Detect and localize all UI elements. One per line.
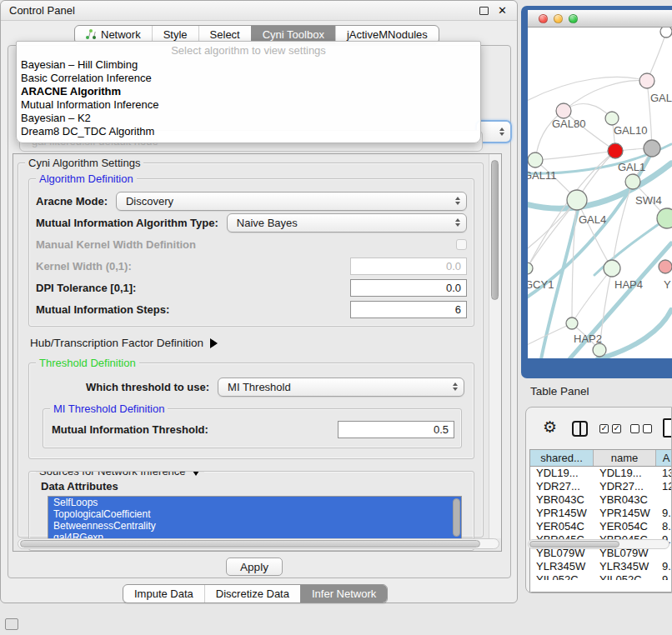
tab-infer-network[interactable]: Infer Network bbox=[300, 585, 387, 602]
network-node[interactable] bbox=[625, 174, 640, 189]
network-node[interactable] bbox=[657, 208, 672, 228]
table-row[interactable]: YDR27...YDR27...12 bbox=[530, 480, 671, 493]
manual-kernel-checkbox[interactable] bbox=[456, 239, 467, 250]
tab-impute-data[interactable]: Impute Data bbox=[123, 585, 204, 602]
column-header-shared-[interactable]: shared... bbox=[530, 450, 594, 466]
document-icon[interactable] bbox=[663, 418, 672, 438]
algorithm-option[interactable]: ARACNE Algorithm bbox=[17, 85, 480, 98]
control-panel-window: Control Panel NetworkStyleSelectCyni Too… bbox=[0, 0, 518, 603]
network-canvas[interactable]: GALGAL80GAL10GAL1SWI4GAL11GAL4GCY1HAP4YH… bbox=[528, 28, 672, 358]
tab-label: jActiveMNodules bbox=[347, 28, 428, 41]
sources-group-title[interactable]: Sources for Network Inference bbox=[36, 471, 204, 478]
network-node[interactable] bbox=[593, 343, 606, 357]
apply-button[interactable]: Apply bbox=[226, 558, 283, 576]
table-cell: YBR043C bbox=[594, 493, 656, 507]
table-row[interactable]: YER054CYER054C8. bbox=[530, 520, 671, 533]
scrollbar-thumb[interactable] bbox=[529, 541, 619, 548]
network-node[interactable] bbox=[659, 260, 672, 273]
aracne-mode-combobox[interactable]: Discovery bbox=[116, 192, 467, 211]
scrollbar-thumb[interactable] bbox=[20, 540, 480, 548]
aracne-mode-value: Discovery bbox=[126, 195, 173, 208]
select-all-columns-icon[interactable] bbox=[599, 424, 621, 433]
algorithm-option[interactable]: Bayesian – Hill Climbing bbox=[17, 58, 480, 72]
kernel-width-field[interactable]: 0.0 bbox=[350, 258, 467, 275]
node-label: GAL10 bbox=[614, 124, 647, 137]
table-horizontal-scrollbar[interactable] bbox=[528, 539, 669, 549]
algorithm-dropdown-list: Bayesian – Hill ClimbingBasic Correlatio… bbox=[17, 58, 480, 138]
table-row[interactable]: YDL19...YDL19...13 bbox=[530, 467, 671, 480]
table-cell: YDL19... bbox=[530, 467, 594, 480]
gear-icon[interactable] bbox=[543, 418, 557, 437]
which-threshold-label: Which threshold to use: bbox=[86, 381, 209, 393]
network-node[interactable] bbox=[528, 152, 543, 168]
table-row[interactable]: YIL052CYIL052C9 bbox=[530, 573, 671, 580]
table-cell: YPR145W bbox=[530, 507, 594, 520]
table-body: YDL19...YDL19...13YDR27...YDR27...12YBR0… bbox=[530, 467, 671, 580]
network-node[interactable] bbox=[567, 190, 587, 210]
tab-discretize-data[interactable]: Discretize Data bbox=[204, 585, 300, 602]
close-traffic-light-icon[interactable] bbox=[539, 14, 548, 23]
column-header-a[interactable]: A bbox=[656, 450, 671, 466]
network-node[interactable] bbox=[605, 112, 619, 125]
table-panel-title: Table Panel bbox=[530, 385, 589, 398]
algorithm-option[interactable]: Mutual Information Inference bbox=[17, 98, 480, 112]
network-node[interactable] bbox=[660, 28, 672, 38]
table-row[interactable]: YLR345WYLR345W9. bbox=[530, 560, 671, 573]
zoom-traffic-light-icon[interactable] bbox=[569, 14, 578, 23]
network-edge[interactable] bbox=[535, 151, 615, 160]
unchecked-checkbox-icon bbox=[643, 424, 652, 433]
mi-steps-label: Mutual Information Steps: bbox=[36, 303, 169, 316]
algorithm-option[interactable]: Dream8 DC_TDC Algorithm bbox=[17, 125, 480, 138]
scrollbar-thumb[interactable] bbox=[491, 160, 499, 300]
dpi-tolerance-field[interactable]: 0.0 bbox=[350, 279, 467, 297]
attribute-item-selected[interactable]: BetweennessCentrality bbox=[48, 520, 461, 532]
network-node[interactable] bbox=[528, 262, 533, 274]
which-threshold-combobox[interactable]: MI Threshold bbox=[218, 378, 464, 397]
table-row[interactable]: YBR043CYBR043C bbox=[530, 493, 671, 507]
network-edge[interactable] bbox=[577, 200, 612, 268]
deselect-all-columns-icon[interactable] bbox=[630, 424, 652, 433]
table-cell: YER054C bbox=[530, 520, 594, 533]
manual-kernel-row: Manual Kernel Width Definition bbox=[36, 234, 467, 254]
column-header-name[interactable]: name bbox=[594, 450, 656, 466]
settings-horizontal-scrollbar[interactable] bbox=[18, 538, 499, 549]
table-cell: YLR345W bbox=[594, 560, 656, 573]
node-label: GAL11 bbox=[528, 169, 557, 182]
table-cell: YLR345W bbox=[530, 560, 594, 573]
attribute-item-selected[interactable]: TopologicalCoefficient bbox=[48, 508, 461, 520]
network-node[interactable] bbox=[608, 143, 623, 158]
network-node[interactable] bbox=[639, 73, 654, 88]
column-layout-icon[interactable] bbox=[572, 421, 588, 437]
close-icon[interactable] bbox=[498, 4, 507, 17]
float-panel-icon[interactable] bbox=[479, 7, 489, 15]
table-cell: YDR27... bbox=[594, 480, 656, 493]
hub-definition-toggle[interactable]: Hub/Transcription Factor Definition bbox=[30, 337, 483, 349]
aracne-mode-label: Aracne Mode: bbox=[36, 195, 108, 208]
table-cell: YDR27... bbox=[530, 480, 594, 493]
table-header-row: shared...nameA bbox=[530, 450, 671, 467]
table-row[interactable]: YPR145WYPR145W9. bbox=[530, 507, 671, 520]
node-label: GCY1 bbox=[528, 278, 554, 291]
list-scrollbar-thumb[interactable] bbox=[453, 498, 460, 537]
settings-vertical-scrollbar[interactable] bbox=[489, 154, 501, 538]
algorithm-option[interactable]: Basic Correlation Inference bbox=[17, 72, 480, 85]
docked-panel-icon[interactable] bbox=[5, 618, 18, 630]
node-label: HAP4 bbox=[614, 278, 643, 291]
node-table: shared...nameA YDL19...YDL19...13YDR27..… bbox=[529, 449, 671, 592]
network-node[interactable] bbox=[604, 260, 620, 277]
network-node[interactable] bbox=[644, 140, 660, 157]
attribute-item-selected[interactable]: SelfLoops bbox=[48, 497, 461, 508]
algorithm-option[interactable]: Bayesian – K2 bbox=[17, 112, 480, 125]
minimize-traffic-light-icon[interactable] bbox=[554, 14, 563, 23]
combo-spinner-icon bbox=[455, 218, 460, 227]
network-node[interactable] bbox=[566, 318, 578, 329]
network-edge[interactable] bbox=[564, 81, 647, 111]
table-cell: YBR043C bbox=[530, 493, 594, 507]
data-attributes-list: SelfLoopsTopologicalCoefficientBetweenne… bbox=[48, 496, 462, 544]
mi-type-combobox[interactable]: Naive Bayes bbox=[227, 213, 467, 232]
mi-steps-field[interactable]: 6 bbox=[350, 301, 467, 318]
table-cell: YIL052C bbox=[530, 573, 594, 580]
tab-label: Style bbox=[163, 28, 188, 41]
mi-threshold-field[interactable]: 0.5 bbox=[338, 421, 454, 438]
network-node[interactable] bbox=[556, 103, 571, 118]
